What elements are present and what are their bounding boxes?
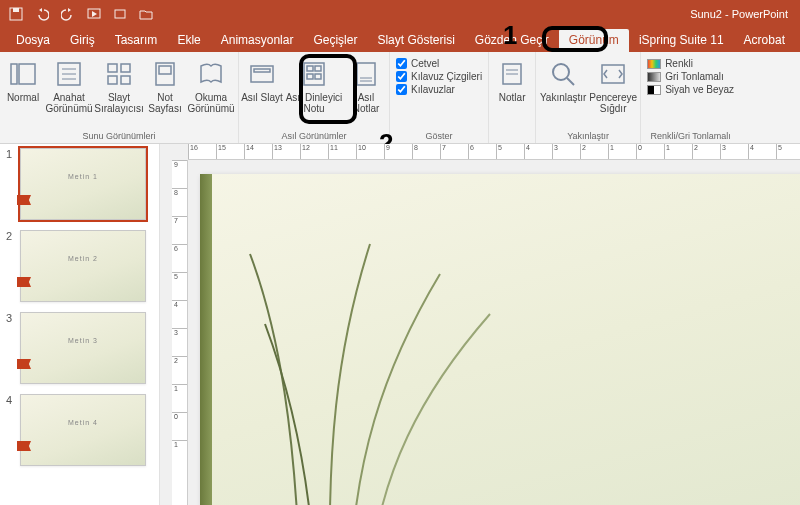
group-notes: Notlar [489,52,536,143]
svg-rect-12 [108,76,117,84]
thumb-number: 2 [6,230,16,302]
group-show: Cetvel Kılavuz Çizgileri Kılavuzlar Göst… [390,52,489,143]
slide-edge-accent [200,174,212,505]
fit-window-button[interactable]: Pencereye Sığdır [588,56,638,116]
reading-view-button[interactable]: Okuma Görünümü [186,56,236,116]
tab-ekle[interactable]: Ekle [167,29,210,52]
outline-view-label: Anahat Görünümü [44,92,94,114]
slide-sorter-label: Slayt Sıralayıcısı [94,92,144,114]
svg-rect-5 [19,64,35,84]
group-label-zoom: Yakınlaştır [538,130,638,143]
notes-master-label: Asıl Notlar [345,92,387,114]
qat-folder-icon[interactable] [138,6,154,22]
svg-rect-17 [254,69,270,72]
group-zoom: Yakınlaştır Pencereye Sığdır Yakınlaştır [536,52,641,143]
svg-rect-4 [11,64,17,84]
menu-bar: Dosya Giriş Tasarım Ekle Animasyonlar Ge… [0,28,800,52]
grayscale-option[interactable]: Gri Tonlamalı [647,71,734,82]
slide-thumbnail[interactable]: Metin 4 [20,394,146,466]
save-icon[interactable] [8,6,24,22]
svg-rect-22 [315,74,321,79]
reading-view-icon [195,58,227,90]
qat-more-icon[interactable] [112,6,128,22]
notes-page-button[interactable]: Not Sayfası [144,56,186,116]
thumb-row[interactable]: 4 Metin 4 [6,394,153,466]
color-option[interactable]: Renkli [647,58,734,69]
group-label-color-gray: Renkli/Gri Tonlamalı [643,130,738,143]
slide-sorter-icon [103,58,135,90]
group-master-views: Asıl Slayt Asıl Dinleyici Notu Asıl Notl… [239,52,390,143]
tab-gorunum[interactable]: Görünüm [559,29,629,52]
outline-view-button[interactable]: Anahat Görünümü [44,56,94,116]
notes-label: Notlar [499,92,526,103]
tab-giris[interactable]: Giriş [60,29,105,52]
notes-master-button[interactable]: Asıl Notlar [345,56,387,116]
tab-gecisler[interactable]: Geçişler [303,29,367,52]
handout-master-button[interactable]: Asıl Dinleyici Notu [283,56,345,116]
thumb-number: 4 [6,394,16,466]
slide-thumbnail[interactable]: Metin 1 [20,148,146,220]
zoom-icon [547,58,579,90]
svg-rect-10 [108,64,117,72]
ribbon: Normal Anahat Görünümü Slayt Sıralayıcıs… [0,52,800,144]
gridlines-checkbox[interactable]: Kılavuz Çizgileri [396,71,482,82]
svg-line-30 [567,78,574,85]
tab-ispring[interactable]: iSpring Suite 11 [629,29,734,52]
tab-tasarim[interactable]: Tasarım [105,29,168,52]
svg-rect-31 [602,65,624,83]
title-bar: Sunu2 - PowerPoint [0,0,800,28]
svg-rect-19 [307,66,313,71]
group-label-master-views: Asıl Görünümler [241,130,387,143]
normal-view-button[interactable]: Normal [2,56,44,116]
tab-animasyonlar[interactable]: Animasyonlar [211,29,304,52]
group-presentation-views: Normal Anahat Görünümü Slayt Sıralayıcıs… [0,52,239,143]
tab-acrobat[interactable]: Acrobat [734,29,795,52]
group-label-show: Göster [392,130,486,143]
thumb-row[interactable]: 3 Metin 3 [6,312,153,384]
slide-master-button[interactable]: Asıl Slayt [241,56,283,116]
slide-thumbnail[interactable]: Metin 2 [20,230,146,302]
svg-rect-23 [357,63,375,85]
thumb-row[interactable]: 1 Metin 1 [6,148,153,220]
notes-icon [496,58,528,90]
ribbon-icon [17,441,31,451]
slide-thumbnails-panel: 1 Metin 1 2 Metin 2 3 Metin 3 4 Metin 4 [0,144,160,505]
tab-dosya[interactable]: Dosya [6,29,60,52]
ribbon-icon [17,195,31,205]
ruler-checkbox[interactable]: Cetvel [396,58,482,69]
fit-window-label: Pencereye Sığdır [588,92,638,114]
workspace: 1 Metin 1 2 Metin 2 3 Metin 3 4 Metin 4 … [0,144,800,505]
reading-view-label: Okuma Görünümü [186,92,236,114]
slide-thumbnail[interactable]: Metin 3 [20,312,146,384]
slide-master-icon [246,58,278,90]
slide-canvas-wrap[interactable]: Metin 1 [200,174,800,505]
normal-view-icon [7,58,39,90]
start-slideshow-icon[interactable] [86,6,102,22]
slide-editor: 161514131211109876543210123456 987654321… [160,144,800,505]
ribbon-icon [17,359,31,369]
notes-master-icon [350,58,382,90]
tab-slayt-gosterisi[interactable]: Slayt Gösterisi [367,29,464,52]
group-color-gray: Renkli Gri Tonlamalı Siyah ve Beyaz Renk… [641,52,740,143]
tab-gozden-gecir[interactable]: Gözden Geçir [465,29,559,52]
thumb-row[interactable]: 2 Metin 2 [6,230,153,302]
zoom-button[interactable]: Yakınlaştır [538,56,588,116]
notes-button[interactable]: Notlar [491,56,533,105]
quick-access-toolbar [0,6,154,22]
window-title: Sunu2 - PowerPoint [690,8,800,20]
slide-sorter-button[interactable]: Slayt Sıralayıcısı [94,56,144,116]
group-label-presentation-views: Sunu Görünümleri [2,130,236,143]
slide-canvas[interactable]: Metin 1 [200,174,800,505]
bw-option[interactable]: Siyah ve Beyaz [647,84,734,95]
fit-window-icon [597,58,629,90]
undo-icon[interactable] [34,6,50,22]
thumb-number: 3 [6,312,16,384]
horizontal-ruler: 161514131211109876543210123456 [188,144,800,160]
redo-icon[interactable] [60,6,76,22]
handout-master-label: Asıl Dinleyici Notu [283,92,345,114]
guides-checkbox[interactable]: Kılavuzlar [396,84,482,95]
svg-rect-20 [315,66,321,71]
svg-rect-3 [115,10,125,18]
svg-rect-11 [121,64,130,72]
handout-master-icon [298,58,330,90]
